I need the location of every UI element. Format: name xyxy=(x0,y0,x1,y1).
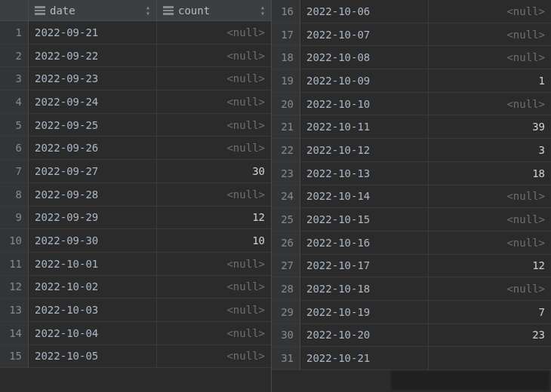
cell-count[interactable]: 30 xyxy=(157,160,271,182)
cell-count[interactable]: <null> xyxy=(429,185,551,208)
cell-date[interactable]: 2022-10-12 xyxy=(300,139,429,161)
cell-count[interactable]: <null> xyxy=(157,276,271,299)
row-number[interactable]: 3 xyxy=(0,67,29,90)
row-number[interactable]: 24 xyxy=(272,185,300,208)
cell-count[interactable]: <null> xyxy=(429,231,551,254)
row-number[interactable]: 15 xyxy=(0,345,29,368)
column-header-count[interactable]: count ▴▾ xyxy=(157,0,271,20)
table-row[interactable]: 222022-10-123 xyxy=(272,139,551,162)
cell-count[interactable]: <null> xyxy=(157,136,271,159)
table-row[interactable]: 92022-09-2912 xyxy=(0,207,271,230)
table-row[interactable]: 112022-10-01<null> xyxy=(0,253,271,276)
cell-date[interactable]: 2022-10-09 xyxy=(300,69,429,92)
cell-count[interactable]: <null> xyxy=(157,322,271,345)
cell-date[interactable]: 2022-10-18 xyxy=(300,277,429,300)
cell-date[interactable]: 2022-10-03 xyxy=(29,299,157,321)
row-number[interactable]: 16 xyxy=(272,0,300,23)
row-number[interactable]: 25 xyxy=(272,208,300,231)
sort-icon[interactable]: ▴▾ xyxy=(260,5,265,17)
cell-date[interactable]: 2022-10-10 xyxy=(300,93,429,115)
cell-count[interactable]: <null> xyxy=(157,44,271,67)
row-number[interactable]: 30 xyxy=(272,324,300,347)
cell-date[interactable]: 2022-10-17 xyxy=(300,255,429,277)
cell-date[interactable]: 2022-09-27 xyxy=(29,160,157,182)
table-row[interactable]: 82022-09-28<null> xyxy=(0,183,271,207)
cell-date[interactable]: 2022-10-14 xyxy=(300,185,429,208)
column-header-date[interactable]: date ▴▾ xyxy=(29,0,157,20)
cell-count[interactable]: <null> xyxy=(157,183,271,206)
row-number[interactable]: 9 xyxy=(0,207,29,229)
cell-count[interactable]: <null> xyxy=(157,114,271,136)
cell-date[interactable]: 2022-10-08 xyxy=(300,46,429,69)
row-number[interactable]: 19 xyxy=(272,69,300,92)
cell-date[interactable]: 2022-09-21 xyxy=(29,21,157,44)
row-number[interactable]: 7 xyxy=(0,160,29,182)
table-row[interactable]: 52022-09-25<null> xyxy=(0,114,271,137)
table-row[interactable]: 202022-10-10<null> xyxy=(272,93,551,116)
cell-count[interactable]: 39 xyxy=(429,115,551,138)
table-row[interactable]: 282022-10-18<null> xyxy=(272,277,551,301)
table-row[interactable]: 62022-09-26<null> xyxy=(0,136,271,160)
cell-count[interactable]: 10 xyxy=(157,229,271,252)
cell-count[interactable]: <null> xyxy=(429,208,551,231)
row-number[interactable]: 12 xyxy=(0,276,29,299)
table-row[interactable]: 262022-10-16<null> xyxy=(272,231,551,255)
row-number[interactable]: 21 xyxy=(272,115,300,138)
row-number[interactable]: 23 xyxy=(272,162,300,185)
cell-count[interactable]: <null> xyxy=(429,0,551,23)
table-row[interactable]: 162022-10-06<null> xyxy=(272,0,551,23)
cell-count[interactable]: 1 xyxy=(429,69,551,92)
cell-date[interactable]: 2022-10-16 xyxy=(300,231,429,254)
table-row[interactable]: 312022-10-21 xyxy=(272,347,551,370)
cell-count[interactable]: 23 xyxy=(429,324,551,347)
cell-date[interactable]: 2022-10-13 xyxy=(300,162,429,185)
cell-date[interactable]: 2022-09-25 xyxy=(29,114,157,136)
row-number[interactable]: 29 xyxy=(272,301,300,323)
table-row[interactable]: 22022-09-22<null> xyxy=(0,44,271,68)
table-row[interactable]: 32022-09-23<null> xyxy=(0,67,271,90)
table-row[interactable]: 232022-10-1318 xyxy=(272,162,551,185)
cell-date[interactable]: 2022-10-05 xyxy=(29,345,157,368)
cell-count[interactable]: 3 xyxy=(429,139,551,161)
cell-count[interactable]: <null> xyxy=(429,93,551,115)
row-number[interactable]: 20 xyxy=(272,93,300,115)
cell-date[interactable]: 2022-09-28 xyxy=(29,183,157,206)
row-number[interactable]: 22 xyxy=(272,139,300,161)
table-row[interactable]: 72022-09-2730 xyxy=(0,160,271,183)
cell-count[interactable]: 12 xyxy=(157,207,271,229)
cell-date[interactable]: 2022-09-23 xyxy=(29,67,157,90)
table-row[interactable]: 172022-10-07<null> xyxy=(272,23,551,47)
cell-count[interactable]: 12 xyxy=(429,255,551,277)
row-number[interactable]: 18 xyxy=(272,46,300,69)
cell-date[interactable]: 2022-10-04 xyxy=(29,322,157,345)
cell-count[interactable]: <null> xyxy=(157,67,271,90)
row-number[interactable]: 14 xyxy=(0,322,29,345)
cell-date[interactable]: 2022-10-06 xyxy=(300,0,429,23)
cell-count[interactable]: 18 xyxy=(429,162,551,185)
cell-date[interactable]: 2022-09-26 xyxy=(29,136,157,159)
cell-date[interactable]: 2022-09-30 xyxy=(29,229,157,252)
table-row[interactable]: 102022-09-3010 xyxy=(0,229,271,253)
cell-count[interactable]: <null> xyxy=(157,253,271,275)
cell-date[interactable]: 2022-10-20 xyxy=(300,324,429,347)
cell-count[interactable]: <null> xyxy=(157,345,271,368)
table-row[interactable]: 12022-09-21<null> xyxy=(0,21,271,44)
cell-date[interactable]: 2022-10-21 xyxy=(300,347,429,369)
row-number[interactable]: 6 xyxy=(0,136,29,159)
cell-date[interactable]: 2022-09-22 xyxy=(29,44,157,67)
table-row[interactable]: 272022-10-1712 xyxy=(272,255,551,278)
cell-date[interactable]: 2022-10-19 xyxy=(300,301,429,323)
table-row[interactable]: 192022-10-091 xyxy=(272,69,551,93)
cell-count[interactable]: <null> xyxy=(429,23,551,46)
row-number[interactable]: 27 xyxy=(272,255,300,277)
row-number[interactable]: 28 xyxy=(272,277,300,300)
cell-count[interactable]: <null> xyxy=(429,277,551,300)
row-number[interactable]: 1 xyxy=(0,21,29,44)
cell-date[interactable]: 2022-10-11 xyxy=(300,115,429,138)
row-number[interactable]: 10 xyxy=(0,229,29,252)
table-row[interactable]: 152022-10-05<null> xyxy=(0,345,271,369)
cell-count[interactable]: <null> xyxy=(157,90,271,113)
row-number[interactable]: 11 xyxy=(0,253,29,275)
table-row[interactable]: 242022-10-14<null> xyxy=(272,185,551,209)
cell-date[interactable]: 2022-10-02 xyxy=(29,276,157,299)
